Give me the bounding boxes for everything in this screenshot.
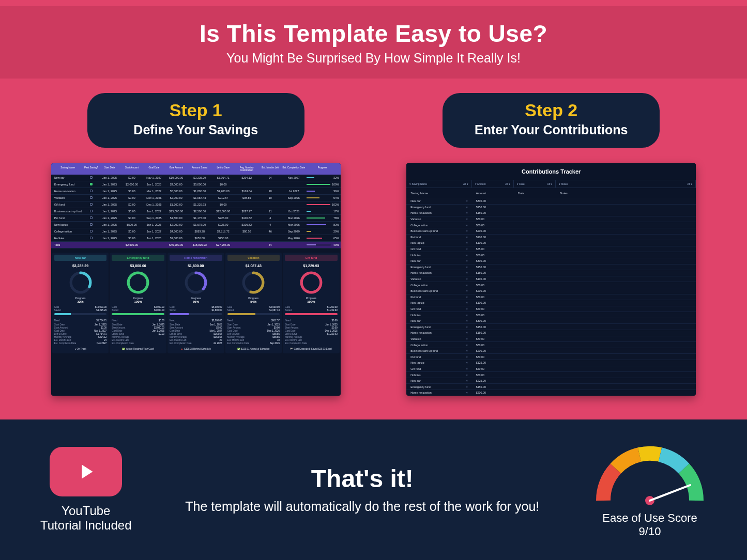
past-saving-checkbox[interactable] (90, 203, 93, 206)
contrib-row: Gift fund▾$50.00 (406, 366, 696, 372)
contrib-row: New car▾$300.00 (406, 258, 696, 265)
dropdown-icon[interactable]: ▾ (466, 314, 468, 317)
savings-row: Business start-up fundJan 1, 2025$0.00Ja… (51, 208, 341, 215)
savings-row: Pet fundJan 1, 2025$0.00Sep 1, 2025$1,50… (51, 215, 341, 222)
hero-subtitle: You Might Be Surprised By How Simple It … (226, 51, 521, 66)
savings-header-cell: Start Date (99, 165, 120, 173)
dropdown-icon[interactable]: ▾ (466, 284, 468, 287)
dropdown-icon[interactable]: ▾ (466, 266, 468, 269)
dropdown-icon[interactable]: ▾ (466, 229, 468, 232)
youtube-line1: YouTube (62, 504, 110, 518)
dropdown-icon[interactable]: ▾ (466, 319, 468, 322)
dropdown-icon[interactable]: ▾ (466, 289, 468, 292)
dropdown-icon[interactable]: ▾ (466, 361, 468, 364)
dropdown-icon[interactable]: ▾ (466, 367, 468, 370)
contrib-row: Pet fund▾$80.00 (406, 354, 696, 360)
dropdown-icon[interactable]: ▾ (466, 271, 468, 274)
past-saving-checkbox[interactable] (90, 196, 93, 199)
contrib-row: Home renovation▾$150.00 (406, 210, 696, 216)
past-saving-checkbox[interactable] (90, 237, 93, 239)
dropdown-icon[interactable]: ▾ (466, 355, 468, 359)
thats-it-sub: The template will automatically do the r… (158, 498, 567, 516)
contrib-row: New laptop▾$125.00 (406, 360, 696, 366)
gauge-icon (593, 441, 707, 508)
contrib-row: Emergency fund▾$150.00 (406, 205, 696, 211)
footer-middle: That's it! The template will automatical… (158, 464, 567, 516)
contrib-filter[interactable]: ▾ AmountAll ▾ (472, 180, 514, 188)
dropdown-icon[interactable]: ▾ (466, 307, 468, 310)
contrib-row: Hobbies▾$50.00 (406, 372, 696, 378)
step-1-header: Step 1 Define Your Savings (87, 93, 304, 148)
contrib-row: New laptop▾$100.00 (406, 300, 696, 306)
dropdown-icon[interactable]: ▾ (466, 199, 468, 203)
past-saving-checkbox[interactable] (90, 223, 93, 226)
contrib-header: Saving NameAmountDateNotes (406, 188, 696, 198)
dropdown-icon[interactable]: ▾ (466, 295, 468, 299)
savings-header-cell: Est. Completion Date (282, 165, 306, 173)
contrib-row: Hobbies▾$50.00 (406, 312, 696, 318)
dropdown-icon[interactable]: ▾ (466, 247, 468, 251)
savings-header-cell: Avg. Monthly Contribution (235, 165, 258, 173)
dropdown-icon[interactable]: ▾ (466, 337, 468, 340)
past-saving-checkbox[interactable] (90, 230, 93, 232)
progress-ring (69, 271, 93, 294)
dropdown-icon[interactable]: ▾ (466, 241, 468, 244)
dropdown-icon[interactable]: ▾ (466, 331, 468, 334)
dropdown-icon[interactable]: ▾ (466, 254, 468, 257)
contrib-row: Pet fund▾$80.00 (406, 294, 696, 301)
dropdown-icon[interactable]: ▾ (466, 349, 468, 352)
savings-cards: New car$3,235.29Progress32%Goal$10,000.0… (51, 253, 341, 353)
dropdown-icon[interactable]: ▾ (466, 379, 468, 382)
savings-card: Vacation$1,087.43Progress54%Goal$2,000.0… (225, 253, 282, 353)
contrib-filter[interactable]: ▾ Saving NameAll ▾ (406, 180, 471, 188)
contrib-row: Home renovation▾$150.00 (406, 270, 696, 276)
contrib-row: Business start-up fund▾$200.00 (406, 288, 696, 294)
ease-score: 9/10 (639, 525, 661, 538)
savings-card: Emergency fund$3,000.00Progress100%Goal$… (110, 253, 166, 353)
youtube-line2: Tutorial Included (40, 518, 132, 533)
savings-header-cell: Past Saving? (83, 165, 99, 173)
contrib-row: Vacation▾$80.00 (406, 216, 696, 223)
savings-header-cell: Goal Date (144, 165, 164, 173)
dropdown-icon[interactable]: ▾ (466, 301, 468, 304)
footer-bar: YouTube Tutorial Included That's it! The… (0, 419, 747, 560)
dropdown-icon[interactable]: ▾ (466, 211, 468, 214)
contrib-row: Vacation▾$80.00 (406, 336, 696, 343)
progress-ring (126, 271, 150, 294)
thats-it-title: That's it! (158, 464, 567, 493)
contrib-row: Business start-up fund▾$200.00 (406, 348, 696, 354)
dropdown-icon[interactable]: ▾ (466, 385, 468, 388)
dropdown-icon[interactable]: ▾ (466, 277, 468, 281)
dropdown-icon[interactable]: ▾ (466, 224, 468, 227)
svg-line-11 (650, 485, 690, 501)
dropdown-icon[interactable]: ▾ (466, 391, 468, 394)
steps-row: Step 1 Define Your Savings Saving NamePa… (0, 79, 747, 396)
past-saving-checkbox[interactable] (90, 216, 93, 219)
dropdown-icon[interactable]: ▾ (466, 206, 468, 209)
dropdown-icon[interactable]: ▾ (466, 325, 468, 329)
savings-table-header: Saving NamePast Saving?Start DateStart A… (51, 163, 341, 175)
contrib-filter[interactable]: ▾ NotesAll ▾ (556, 180, 696, 188)
dropdown-icon[interactable]: ▾ (466, 217, 468, 221)
dropdown-icon[interactable]: ▾ (466, 259, 468, 262)
contrib-row: Pet fund▾$100.00 (406, 235, 696, 241)
savings-header-cell: Left to Save (211, 165, 235, 173)
contrib-row: Home renovation▾$150.00 (406, 330, 696, 336)
savings-header-cell: Start Amount (120, 165, 144, 173)
dropdown-icon[interactable]: ▾ (466, 344, 468, 347)
hero-banner: Is This Template Easy to Use? You Might … (0, 6, 747, 79)
dropdown-icon[interactable]: ▾ (466, 374, 468, 377)
past-saving-checkbox[interactable] (90, 176, 93, 179)
past-saving-checkbox[interactable] (90, 183, 93, 185)
dropdown-icon[interactable]: ▾ (466, 236, 468, 239)
youtube-play-button[interactable] (50, 447, 122, 496)
savings-row: College tuitionJan 1, 2025$0.00Jan 1, 20… (51, 228, 341, 235)
contrib-row: New car▾$225.29 (406, 378, 696, 384)
past-saving-checkbox[interactable] (90, 210, 93, 212)
contrib-filter[interactable]: ▾ DateAll ▾ (514, 180, 556, 188)
step-2: Step 2 Enter Your Contributions Contribu… (397, 93, 706, 396)
ease-gauge: Ease of Use Score 9/10 (593, 441, 707, 538)
past-saving-checkbox[interactable] (90, 190, 93, 192)
savings-card: Home renovation$1,800.00Progress36%Goal$… (167, 253, 224, 353)
contrib-row: Emergency fund▾$150.00 (406, 384, 696, 390)
